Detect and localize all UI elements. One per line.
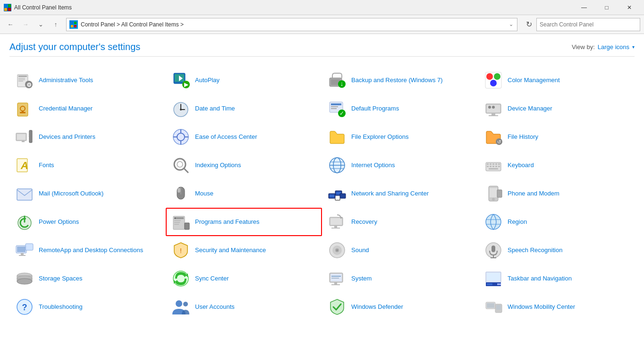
item-fonts[interactable]: AFonts bbox=[9, 151, 166, 179]
item-system[interactable]: System bbox=[322, 264, 478, 293]
svg-rect-77 bbox=[490, 166, 491, 167]
item-indexing[interactable]: Indexing Options bbox=[166, 151, 322, 179]
svg-rect-119 bbox=[19, 255, 25, 256]
icon-user-accounts bbox=[171, 297, 190, 316]
item-default-programs[interactable]: ✓Default Programs bbox=[322, 94, 478, 123]
svg-rect-31 bbox=[20, 112, 25, 113]
back-button[interactable]: ← bbox=[4, 18, 17, 31]
item-color-management[interactable]: Color Management bbox=[478, 66, 635, 94]
recent-locations-button[interactable]: ⌄ bbox=[34, 18, 47, 31]
svg-text:A: A bbox=[20, 160, 28, 171]
icon-power-options bbox=[15, 212, 34, 231]
item-devices-printers[interactable]: Devices and Printers bbox=[9, 123, 166, 151]
title-bar: All Control Panel Items — □ ✕ bbox=[0, 0, 644, 15]
svg-rect-51 bbox=[29, 130, 32, 143]
item-programs-features[interactable]: Programs and Features bbox=[166, 208, 322, 236]
refresh-button[interactable]: ↻ bbox=[523, 19, 534, 30]
icon-autoplay: ▶ bbox=[171, 71, 190, 90]
item-windows-defender[interactable]: Windows Defender bbox=[322, 293, 478, 321]
svg-point-27 bbox=[490, 80, 497, 86]
items-grid: ⚙Administrative Tools▶AutoPlay↓Backup an… bbox=[9, 66, 635, 321]
svg-rect-72 bbox=[490, 163, 491, 165]
item-troubleshooting[interactable]: ?Troubleshooting bbox=[9, 293, 166, 321]
item-phone-modem[interactable]: Phone and Modem bbox=[478, 179, 635, 208]
label-file-explorer: File Explorer Options bbox=[351, 133, 408, 141]
icon-remoteapp bbox=[15, 241, 34, 260]
label-default-programs: Default Programs bbox=[351, 105, 399, 113]
item-storage-spaces[interactable]: Storage Spaces bbox=[9, 264, 166, 293]
item-administrative-tools[interactable]: ⚙Administrative Tools bbox=[9, 66, 166, 94]
item-recovery[interactable]: Recovery bbox=[322, 208, 478, 236]
svg-rect-9 bbox=[18, 76, 27, 77]
icon-phone-modem bbox=[484, 184, 503, 203]
icon-recovery bbox=[328, 212, 347, 231]
svg-point-96 bbox=[492, 198, 495, 201]
icon-fonts: A bbox=[15, 156, 34, 175]
view-by-value[interactable]: Large icons bbox=[598, 43, 629, 51]
icon-mail bbox=[15, 184, 34, 203]
item-mail[interactable]: Mail (Microsoft Outlook) bbox=[9, 179, 166, 208]
item-power-options[interactable]: Power Options bbox=[9, 208, 166, 236]
svg-rect-118 bbox=[21, 253, 24, 255]
svg-rect-85 bbox=[178, 188, 180, 193]
svg-rect-73 bbox=[492, 163, 494, 165]
close-button[interactable]: ✕ bbox=[619, 0, 640, 15]
item-device-manager[interactable]: Device Manager bbox=[478, 94, 635, 123]
svg-rect-142 bbox=[334, 282, 337, 284]
item-region[interactable]: Region bbox=[478, 208, 635, 236]
forward-button[interactable]: → bbox=[19, 18, 32, 31]
search-input[interactable] bbox=[540, 21, 637, 28]
item-windows-mobility[interactable]: Windows Mobility Center bbox=[478, 293, 635, 321]
item-file-history[interactable]: ↺File History bbox=[478, 123, 635, 151]
svg-rect-39 bbox=[331, 108, 337, 109]
icon-windows-mobility bbox=[484, 297, 503, 316]
svg-point-152 bbox=[176, 300, 182, 307]
icon-windows-defender bbox=[328, 297, 347, 316]
item-backup-restore[interactable]: ↓Backup and Restore (Windows 7) bbox=[322, 66, 478, 94]
svg-text:!: ! bbox=[180, 247, 182, 255]
item-mouse[interactable]: Mouse bbox=[166, 179, 322, 208]
svg-line-63 bbox=[184, 169, 188, 172]
item-sound[interactable]: Sound bbox=[322, 236, 478, 264]
label-storage-spaces: Storage Spaces bbox=[39, 275, 83, 283]
address-dropdown[interactable]: ⌄ bbox=[508, 20, 514, 28]
item-sync-center[interactable]: Sync Center bbox=[166, 264, 322, 293]
svg-rect-104 bbox=[174, 220, 181, 221]
svg-text:✓: ✓ bbox=[339, 110, 344, 117]
svg-rect-140 bbox=[331, 276, 341, 277]
svg-rect-90 bbox=[340, 194, 346, 198]
icon-internet-options bbox=[328, 156, 347, 175]
view-by-arrow[interactable]: ▾ bbox=[632, 44, 635, 50]
icon-credential-manager bbox=[15, 99, 34, 118]
item-remoteapp[interactable]: RemoteApp and Desktop Connections bbox=[9, 236, 166, 264]
item-network-sharing[interactable]: Network and Sharing Center bbox=[322, 179, 478, 208]
item-taskbar-navigation[interactable]: Taskbar and Navigation bbox=[478, 264, 635, 293]
svg-text:↓: ↓ bbox=[340, 80, 344, 87]
svg-rect-155 bbox=[487, 303, 494, 308]
search-box[interactable] bbox=[536, 18, 640, 31]
svg-rect-37 bbox=[331, 103, 341, 105]
icon-file-history: ↺ bbox=[484, 127, 503, 146]
item-date-time[interactable]: Date and Time bbox=[166, 94, 322, 123]
label-ease-access: Ease of Access Center bbox=[195, 133, 257, 141]
svg-rect-6 bbox=[71, 25, 73, 27]
svg-rect-7 bbox=[74, 25, 76, 27]
item-ease-access[interactable]: Ease of Access Center bbox=[166, 123, 322, 151]
minimize-button[interactable]: — bbox=[573, 0, 595, 15]
up-button[interactable]: ↑ bbox=[49, 18, 62, 31]
item-speech-recognition[interactable]: Speech Recognition bbox=[478, 236, 635, 264]
item-keyboard[interactable]: Keyboard bbox=[478, 151, 635, 179]
view-by-control[interactable]: View by: Large icons ▾ bbox=[572, 43, 635, 51]
svg-point-35 bbox=[180, 109, 182, 110]
item-security-maintenance[interactable]: !Security and Maintenance bbox=[166, 236, 322, 264]
address-bar[interactable]: Control Panel > All Control Panel Items … bbox=[66, 18, 517, 31]
item-file-explorer[interactable]: File Explorer Options bbox=[322, 123, 478, 151]
item-user-accounts[interactable]: User Accounts bbox=[166, 293, 322, 321]
item-autoplay[interactable]: ▶AutoPlay bbox=[166, 66, 322, 94]
svg-rect-80 bbox=[498, 166, 500, 167]
item-internet-options[interactable]: Internet Options bbox=[322, 151, 478, 179]
label-file-history: File History bbox=[508, 133, 538, 141]
item-credential-manager[interactable]: Credential Manager bbox=[9, 94, 166, 123]
svg-rect-71 bbox=[487, 163, 489, 165]
maximize-button[interactable]: □ bbox=[596, 0, 618, 15]
